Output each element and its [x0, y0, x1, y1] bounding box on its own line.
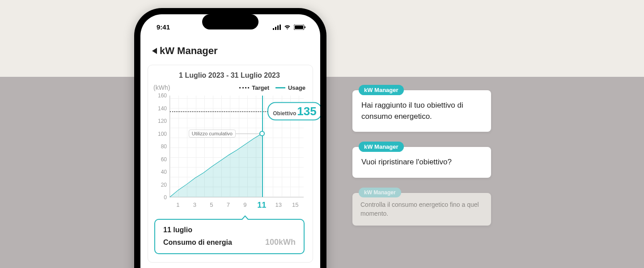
- y-axis-unit: (kWh): [153, 84, 170, 91]
- x-tick: 3: [193, 201, 196, 208]
- app-header[interactable]: kW Manager: [148, 45, 313, 65]
- current-datapoint[interactable]: [259, 131, 265, 136]
- y-axis: 020406080100120140160: [153, 94, 168, 197]
- app-title: kW Manager: [160, 45, 218, 57]
- svg-rect-5: [295, 25, 303, 29]
- summary-label: Consumo di energia: [163, 239, 232, 247]
- wifi-icon: [284, 25, 291, 30]
- legend-target: Target: [239, 84, 269, 91]
- goal-label: Obiettivo: [273, 110, 296, 117]
- notification-tag: kW Manager: [359, 85, 404, 95]
- chart-card: 1 Luglio 2023 - 31 Luglio 2023 (kWh) Tar…: [148, 65, 313, 263]
- chart-plot[interactable]: Utilizzo cumulativo Obiettivo135: [169, 96, 304, 197]
- notification-card[interactable]: kW ManagerHai raggiunto il tuo obiettivo…: [352, 90, 491, 132]
- date-range: 1 Luglio 2023 - 31 Luglio 2023: [151, 71, 308, 80]
- summary-value: 100kWh: [265, 238, 296, 247]
- x-tick: 7: [227, 201, 230, 208]
- x-tick: 5: [210, 201, 213, 208]
- notification-card[interactable]: kW ManagerVuoi ripristinare l'obiettivo?: [352, 147, 491, 178]
- svg-rect-3: [280, 25, 281, 30]
- summary-date: 11 luglio: [163, 226, 296, 234]
- notification-tag: kW Manager: [359, 188, 401, 197]
- notification-tag: kW Manager: [359, 142, 404, 152]
- legend-usage: Usage: [275, 84, 305, 91]
- svg-rect-6: [305, 26, 305, 28]
- notification-stack: kW ManagerHai raggiunto il tuo obiettivo…: [352, 90, 491, 226]
- summary-callout[interactable]: 11 luglio Consumo di energia 100kWh: [154, 219, 305, 254]
- goal-badge[interactable]: Obiettivo135: [267, 102, 320, 121]
- phone-frame: 9:41 kW Manager 1 Luglio 2023 - 31 Lugli…: [134, 8, 326, 268]
- svg-rect-2: [277, 25, 279, 30]
- back-icon[interactable]: [152, 48, 157, 54]
- chart-legend: Target Usage: [239, 84, 305, 91]
- x-tick: 15: [292, 201, 298, 208]
- x-tick: 13: [275, 201, 282, 208]
- notification-card[interactable]: kW ManagerControlla il consumo energetic…: [352, 193, 491, 226]
- svg-rect-1: [275, 27, 276, 30]
- chart[interactable]: 020406080100120140160 Utilizzo cumulativ…: [153, 94, 306, 209]
- x-tick: 1: [176, 201, 179, 208]
- x-axis: 13579111315: [169, 199, 304, 209]
- phone-notch: [202, 14, 258, 29]
- battery-icon: [294, 25, 306, 30]
- phone-screen: 9:41 kW Manager 1 Luglio 2023 - 31 Lugli…: [140, 14, 320, 268]
- status-time: 9:41: [157, 23, 170, 31]
- app-content: kW Manager 1 Luglio 2023 - 31 Luglio 202…: [140, 34, 320, 263]
- x-tick: 9: [243, 201, 246, 208]
- signal-icon: [273, 25, 281, 30]
- goal-value: 135: [297, 105, 316, 118]
- svg-rect-0: [273, 28, 274, 30]
- legend-usage-icon: [275, 87, 285, 88]
- chart-top-row: (kWh) Target Usage: [151, 84, 308, 92]
- summary-row: Consumo di energia 100kWh: [163, 238, 296, 247]
- x-tick: 11: [257, 201, 266, 210]
- notification-text: Controlla il consumo energetico fino a q…: [352, 193, 491, 226]
- status-icons: [273, 23, 306, 31]
- notification-text: Hai raggiunto il tuo obiettivo di consum…: [352, 90, 491, 132]
- cumulative-usage-label: Utilizzo cumulativo: [189, 130, 236, 138]
- legend-target-icon: [239, 87, 249, 88]
